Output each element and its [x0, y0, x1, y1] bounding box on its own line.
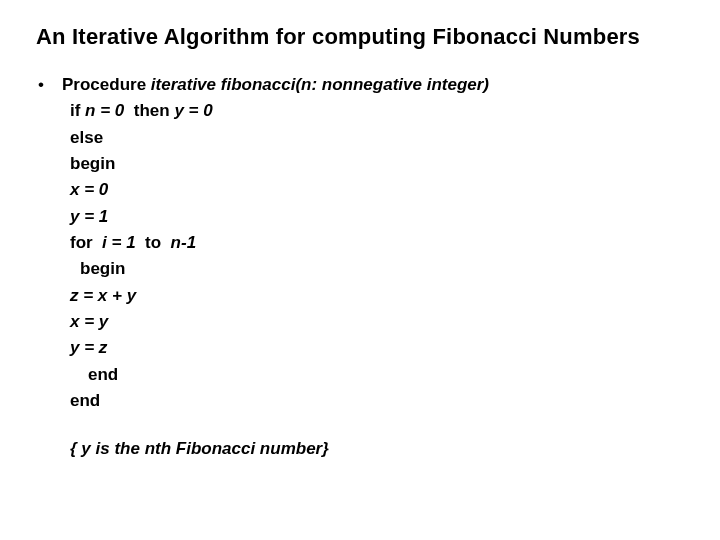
expr: n = 0 — [85, 101, 129, 120]
pseudocode-block: if n = 0 then y = 0 else begin x = 0 y =… — [70, 98, 684, 414]
code-line: else — [70, 125, 684, 151]
page-title: An Iterative Algorithm for computing Fib… — [36, 24, 684, 50]
code-line: y = z — [70, 335, 684, 361]
bullet-row: • Procedure iterative fibonacci(n: nonne… — [36, 72, 684, 98]
footer-note: { y is the nth Fibonacci number} — [70, 436, 684, 462]
expr: y = 0 — [174, 101, 212, 120]
bullet-icon: • — [36, 72, 62, 98]
kw-for: for — [70, 233, 102, 252]
slide: An Iterative Algorithm for computing Fib… — [0, 0, 720, 540]
code-line: y = 1 — [70, 204, 684, 230]
procedure-heading: Procedure iterative fibonacci(n: nonnega… — [62, 72, 489, 98]
kw-then: then — [129, 101, 174, 120]
code-line: if n = 0 then y = 0 — [70, 98, 684, 124]
slide-body: • Procedure iterative fibonacci(n: nonne… — [36, 72, 684, 463]
code-line: begin — [70, 151, 684, 177]
code-line: begin — [70, 256, 684, 282]
code-line: end — [70, 388, 684, 414]
kw-if: if — [70, 101, 85, 120]
code-line: z = x + y — [70, 283, 684, 309]
code-line: for i = 1 to n-1 — [70, 230, 684, 256]
kw-to: to — [140, 233, 170, 252]
procedure-label: Procedure — [62, 75, 146, 94]
code-line: end — [70, 362, 684, 388]
expr: i = 1 — [102, 233, 140, 252]
code-line: x = y — [70, 309, 684, 335]
code-line: x = 0 — [70, 177, 684, 203]
procedure-signature: iterative fibonacci(n: nonnegative integ… — [151, 75, 489, 94]
expr: n-1 — [171, 233, 197, 252]
